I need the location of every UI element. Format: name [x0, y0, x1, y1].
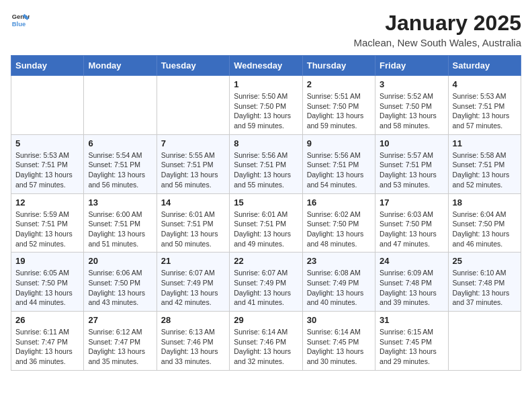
calendar-cell: 9Sunrise: 5:56 AM Sunset: 7:51 PM Daylig… [302, 134, 375, 193]
weekday-header-tuesday: Tuesday [157, 56, 229, 76]
day-info: Sunrise: 6:05 AM Sunset: 7:50 PM Dayligh… [15, 268, 79, 308]
calendar-week-row: 26Sunrise: 6:11 AM Sunset: 7:47 PM Dayli… [11, 312, 521, 371]
day-info: Sunrise: 6:15 AM Sunset: 7:45 PM Dayligh… [380, 327, 443, 367]
day-info: Sunrise: 6:07 AM Sunset: 7:49 PM Dayligh… [234, 268, 298, 308]
day-info: Sunrise: 6:06 AM Sunset: 7:50 PM Dayligh… [88, 268, 152, 308]
calendar-cell: 26Sunrise: 6:11 AM Sunset: 7:47 PM Dayli… [11, 312, 84, 371]
day-info: Sunrise: 5:54 AM Sunset: 7:51 PM Dayligh… [88, 150, 152, 190]
day-number: 9 [307, 138, 371, 148]
day-number: 16 [307, 197, 371, 208]
day-number: 14 [161, 197, 225, 208]
day-number: 31 [380, 315, 443, 325]
calendar-cell: 4Sunrise: 5:53 AM Sunset: 7:51 PM Daylig… [448, 76, 521, 135]
calendar-cell: 7Sunrise: 5:55 AM Sunset: 7:51 PM Daylig… [157, 134, 229, 193]
calendar-table: SundayMondayTuesdayWednesdayThursdayFrid… [11, 55, 521, 371]
calendar-cell: 8Sunrise: 5:56 AM Sunset: 7:51 PM Daylig… [230, 134, 302, 193]
calendar-cell: 20Sunrise: 6:06 AM Sunset: 7:50 PM Dayli… [84, 253, 157, 312]
day-info: Sunrise: 6:07 AM Sunset: 7:49 PM Dayligh… [161, 268, 225, 308]
page-header: General Blue General Blue January 2025 M… [11, 11, 521, 48]
calendar-cell: 24Sunrise: 6:09 AM Sunset: 7:48 PM Dayli… [375, 253, 448, 312]
calendar-week-row: 1Sunrise: 5:50 AM Sunset: 7:50 PM Daylig… [11, 76, 521, 135]
day-info: Sunrise: 5:56 AM Sunset: 7:51 PM Dayligh… [234, 150, 298, 190]
weekday-header-friday: Friday [375, 56, 448, 76]
calendar-cell: 15Sunrise: 6:01 AM Sunset: 7:51 PM Dayli… [230, 193, 302, 253]
day-number: 12 [15, 197, 79, 208]
calendar-cell [157, 76, 229, 135]
weekday-header-thursday: Thursday [302, 56, 375, 76]
weekday-header-saturday: Saturday [448, 56, 521, 76]
day-number: 27 [88, 315, 152, 325]
day-info: Sunrise: 5:59 AM Sunset: 7:51 PM Dayligh… [15, 210, 79, 249]
weekday-header-wednesday: Wednesday [230, 56, 302, 76]
day-number: 15 [234, 197, 298, 208]
day-info: Sunrise: 6:03 AM Sunset: 7:50 PM Dayligh… [380, 210, 443, 249]
calendar-week-row: 19Sunrise: 6:05 AM Sunset: 7:50 PM Dayli… [11, 253, 521, 312]
day-info: Sunrise: 5:51 AM Sunset: 7:50 PM Dayligh… [307, 91, 371, 131]
calendar-week-row: 12Sunrise: 5:59 AM Sunset: 7:51 PM Dayli… [11, 193, 521, 253]
calendar-cell: 11Sunrise: 5:58 AM Sunset: 7:51 PM Dayli… [448, 134, 521, 193]
title-block: January 2025 Maclean, New South Wales, A… [353, 11, 521, 48]
calendar-cell: 16Sunrise: 6:02 AM Sunset: 7:50 PM Dayli… [302, 193, 375, 253]
day-info: Sunrise: 5:58 AM Sunset: 7:51 PM Dayligh… [453, 150, 517, 190]
day-number: 10 [380, 138, 443, 148]
day-number: 29 [234, 315, 298, 325]
calendar-cell: 31Sunrise: 6:15 AM Sunset: 7:45 PM Dayli… [375, 312, 448, 371]
day-number: 17 [380, 197, 443, 208]
calendar-cell [448, 312, 521, 371]
month-title: January 2025 [353, 11, 521, 36]
calendar-cell: 1Sunrise: 5:50 AM Sunset: 7:50 PM Daylig… [230, 76, 302, 135]
calendar-cell [84, 76, 157, 135]
calendar-cell: 12Sunrise: 5:59 AM Sunset: 7:51 PM Dayli… [11, 193, 84, 253]
calendar-cell: 2Sunrise: 5:51 AM Sunset: 7:50 PM Daylig… [302, 76, 375, 135]
calendar-cell: 22Sunrise: 6:07 AM Sunset: 7:49 PM Dayli… [230, 253, 302, 312]
day-number: 22 [234, 256, 298, 266]
day-info: Sunrise: 6:10 AM Sunset: 7:48 PM Dayligh… [453, 268, 517, 308]
logo: General Blue General Blue [11, 11, 31, 30]
day-info: Sunrise: 6:00 AM Sunset: 7:51 PM Dayligh… [88, 210, 152, 249]
weekday-header-row: SundayMondayTuesdayWednesdayThursdayFrid… [11, 56, 521, 76]
day-info: Sunrise: 6:14 AM Sunset: 7:45 PM Dayligh… [307, 327, 371, 367]
calendar-cell: 17Sunrise: 6:03 AM Sunset: 7:50 PM Dayli… [375, 193, 448, 253]
calendar-cell: 30Sunrise: 6:14 AM Sunset: 7:45 PM Dayli… [302, 312, 375, 371]
day-number: 8 [234, 138, 298, 148]
day-info: Sunrise: 6:08 AM Sunset: 7:49 PM Dayligh… [307, 268, 371, 308]
day-info: Sunrise: 6:13 AM Sunset: 7:46 PM Dayligh… [161, 327, 225, 367]
day-number: 20 [88, 256, 152, 266]
day-number: 19 [15, 256, 79, 266]
calendar-cell: 27Sunrise: 6:12 AM Sunset: 7:47 PM Dayli… [84, 312, 157, 371]
day-number: 11 [453, 138, 517, 148]
calendar-week-row: 5Sunrise: 5:53 AM Sunset: 7:51 PM Daylig… [11, 134, 521, 193]
day-number: 21 [161, 256, 225, 266]
day-number: 28 [161, 315, 225, 325]
day-number: 6 [88, 138, 152, 148]
day-info: Sunrise: 6:01 AM Sunset: 7:51 PM Dayligh… [234, 210, 298, 249]
day-info: Sunrise: 5:55 AM Sunset: 7:51 PM Dayligh… [161, 150, 225, 190]
day-info: Sunrise: 6:11 AM Sunset: 7:47 PM Dayligh… [15, 327, 79, 367]
day-info: Sunrise: 6:01 AM Sunset: 7:51 PM Dayligh… [161, 210, 225, 249]
day-number: 7 [161, 138, 225, 148]
day-number: 25 [453, 256, 517, 266]
day-info: Sunrise: 6:04 AM Sunset: 7:50 PM Dayligh… [453, 210, 517, 249]
calendar-cell: 5Sunrise: 5:53 AM Sunset: 7:51 PM Daylig… [11, 134, 84, 193]
calendar-cell: 29Sunrise: 6:14 AM Sunset: 7:46 PM Dayli… [230, 312, 302, 371]
calendar-cell: 14Sunrise: 6:01 AM Sunset: 7:51 PM Dayli… [157, 193, 229, 253]
day-number: 3 [380, 79, 443, 89]
calendar-cell: 28Sunrise: 6:13 AM Sunset: 7:46 PM Dayli… [157, 312, 229, 371]
day-info: Sunrise: 5:57 AM Sunset: 7:51 PM Dayligh… [380, 150, 443, 190]
day-number: 4 [453, 79, 517, 89]
calendar-cell [11, 76, 84, 135]
day-info: Sunrise: 5:53 AM Sunset: 7:51 PM Dayligh… [15, 150, 79, 190]
day-number: 2 [307, 79, 371, 89]
calendar-cell: 23Sunrise: 6:08 AM Sunset: 7:49 PM Dayli… [302, 253, 375, 312]
day-info: Sunrise: 5:53 AM Sunset: 7:51 PM Dayligh… [453, 91, 517, 131]
day-info: Sunrise: 6:09 AM Sunset: 7:48 PM Dayligh… [380, 268, 443, 308]
calendar-cell: 25Sunrise: 6:10 AM Sunset: 7:48 PM Dayli… [448, 253, 521, 312]
location-title: Maclean, New South Wales, Australia [353, 37, 521, 48]
day-number: 13 [88, 197, 152, 208]
weekday-header-sunday: Sunday [11, 56, 84, 76]
day-info: Sunrise: 5:50 AM Sunset: 7:50 PM Dayligh… [234, 91, 298, 131]
day-number: 30 [307, 315, 371, 325]
day-number: 18 [453, 197, 517, 208]
svg-text:Blue: Blue [12, 21, 26, 28]
logo-icon: General Blue [11, 11, 30, 30]
